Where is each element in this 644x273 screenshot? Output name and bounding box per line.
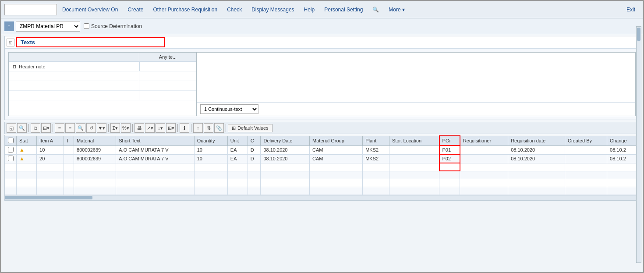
table-row[interactable]: ▲ 20 800002639 A.O CAM MURATA 7 V 10 EA … — [5, 154, 639, 163]
toolbar-btn-filter[interactable]: ▼▾ — [97, 123, 106, 133]
toolbar-btn-grid[interactable]: ⊞▾ — [166, 123, 176, 133]
vertical-scrollbar[interactable] — [636, 26, 641, 263]
row2-short-text[interactable]: A.O CAM MURATA 7 V — [116, 154, 194, 163]
texts-text-area[interactable] — [197, 53, 635, 102]
doc-overview-dropdown[interactable] — [4, 4, 57, 15]
menu-personal-setting[interactable]: Personal Setting — [320, 5, 367, 14]
row2-delivery-date[interactable]: 08.10.2020 — [261, 154, 310, 163]
menu-other-purchase-req[interactable]: Other Purchase Requisition — [149, 5, 222, 14]
toolbar-btn-export[interactable]: ↗▾ — [145, 123, 155, 133]
toolbar-btn-nav-back[interactable]: ◱ — [7, 123, 16, 133]
row1-delivery-date[interactable]: 08.10.2020 — [261, 145, 310, 154]
row2-material-group[interactable]: CAM — [310, 154, 363, 163]
row1-requisitioner — [460, 145, 508, 154]
row1-req-date[interactable]: 08.10.2020 — [508, 145, 565, 154]
toolbar-btn-copy[interactable]: ⧉ — [31, 123, 40, 133]
menu-help[interactable]: Help — [300, 5, 319, 14]
texts-header-note-row: 🗒 Header note — [9, 62, 196, 71]
toolbar-btn-sum[interactable]: Σ▾ — [110, 123, 120, 133]
horizontal-scrollbar[interactable] — [4, 195, 640, 201]
menu-check[interactable]: Check — [223, 5, 246, 14]
continuous-text-select[interactable]: 1 Continuous-text — [200, 104, 258, 114]
row1-created-by — [565, 145, 607, 154]
toolbar-btn-align-right[interactable]: ≡ — [65, 123, 75, 133]
warning-icon-2: ▲ — [19, 156, 25, 162]
doc-type-select[interactable]: ZMPR Material PR — [16, 21, 80, 32]
th-i: I — [64, 136, 74, 145]
texts-left-panel: Any te... 🗒 Header note — [8, 52, 197, 116]
table-header-row: Stat Item A I Material Short Text Quanti… — [5, 136, 639, 145]
row2-req-date[interactable]: 08.10.2020 — [508, 154, 565, 163]
th-plant: Plant — [363, 136, 389, 145]
row2-c: D — [248, 154, 261, 163]
row1-material-group[interactable]: CAM — [310, 145, 363, 154]
row1-c: D — [248, 145, 261, 154]
texts-right-panel: 1 Continuous-text — [197, 52, 636, 116]
toolbar-btn-percent[interactable]: %▾ — [121, 123, 131, 133]
row2-plant[interactable]: MKS2 — [363, 154, 389, 163]
th-material-group: Material Group — [310, 136, 363, 145]
scrollbar-thumb[interactable] — [5, 196, 92, 199]
table-row[interactable]: ▲ 10 800002639 A.O CAM MURATA 7 V 10 EA … — [5, 145, 639, 154]
row1-stat: ▲ — [17, 145, 37, 154]
sep7 — [226, 124, 226, 132]
row2-pgr[interactable]: P02 — [439, 154, 460, 163]
texts-collapse-icon[interactable]: ◱ — [7, 39, 14, 46]
source-determination-checkbox[interactable] — [84, 23, 89, 29]
menu-create[interactable]: Create — [123, 5, 148, 14]
item-toolbar: ◱ 🔍 ⧉ ⊞▾ ≡ ≡ 🔍 ↺ ▼▾ Σ▾ %▾ 🖶 ↗▾ ↓▾ ⊞▾ ℹ ↑… — [4, 122, 640, 134]
row1-material[interactable]: 800002639 — [74, 145, 116, 154]
menu-display-messages[interactable]: Display Messages — [247, 5, 298, 14]
row2-quantity[interactable]: 10 — [194, 154, 227, 163]
menu-exit[interactable]: Exit — [622, 5, 640, 14]
items-table: Stat Item A I Material Short Text Quanti… — [5, 135, 639, 195]
row2-unit[interactable]: EA — [227, 154, 248, 163]
source-determination-container: Source Determination — [84, 23, 142, 29]
th-quantity: Quantity — [194, 136, 227, 145]
row2-requisitioner — [460, 154, 508, 163]
toolbar-btn-zoom[interactable]: 🔍 — [17, 123, 27, 133]
row2-item-a[interactable]: 20 — [37, 154, 64, 163]
row1-stor-location — [389, 145, 439, 154]
toolbar-btn-search2[interactable]: 🔍 — [76, 123, 85, 133]
texts-label[interactable]: Texts — [16, 37, 165, 47]
toolbar-btn-clip[interactable]: 📎 — [214, 123, 224, 133]
select-all-checkbox[interactable] — [8, 138, 14, 143]
toolbar-btn-move[interactable]: ⇅ — [204, 123, 213, 133]
toolbar-btn-align-left[interactable]: ≡ — [55, 123, 64, 133]
menu-more[interactable]: More ▾ — [384, 5, 409, 14]
toolbar-btn-up[interactable]: ↑ — [193, 123, 203, 133]
sep3 — [108, 124, 109, 132]
row1-check[interactable] — [5, 145, 17, 154]
sep1 — [28, 124, 29, 132]
texts-col2-header: Any te... — [139, 53, 196, 61]
menu-doc-overview[interactable]: Document Overview On — [58, 5, 122, 14]
default-values-button[interactable]: ⊞ Default Values — [228, 124, 272, 132]
items-table-container: Stat Item A I Material Short Text Quanti… — [4, 135, 640, 195]
row1-quantity[interactable]: 10 — [194, 145, 227, 154]
note-icon: 🗒 — [12, 64, 17, 69]
toolbar-btn-print[interactable]: 🖶 — [134, 123, 144, 133]
toolbar-btn-refresh[interactable]: ↺ — [86, 123, 96, 133]
toolbar-btn-paste-menu[interactable]: ⊞▾ — [41, 123, 51, 133]
row1-plant[interactable]: MKS2 — [363, 145, 389, 154]
texts-header-note-item[interactable]: 🗒 Header note — [9, 62, 139, 71]
table-empty-row-2 — [5, 171, 639, 179]
row2-check[interactable] — [5, 154, 17, 163]
row2-i — [64, 154, 74, 163]
toolbar-btn-info[interactable]: ℹ — [180, 123, 189, 133]
toolbar-btn-download[interactable]: ↓▾ — [156, 123, 165, 133]
row1-short-text[interactable]: A.O CAM MURATA 7 V — [116, 145, 194, 154]
texts-col1-header — [9, 53, 139, 61]
th-material: Material — [74, 136, 116, 145]
texts-textarea[interactable] — [197, 53, 635, 101]
menu-search-icon[interactable]: 🔍 — [368, 5, 383, 14]
vertical-scrollbar-thumb[interactable] — [637, 28, 640, 41]
th-req-date: Requisition date — [508, 136, 565, 145]
row1-item-a[interactable]: 10 — [37, 145, 64, 154]
row2-material[interactable]: 800002639 — [74, 154, 116, 163]
row1-pgr[interactable]: P01 — [439, 145, 460, 154]
th-check — [5, 136, 17, 145]
row1-unit[interactable]: EA — [227, 145, 248, 154]
default-values-label: Default Values — [237, 125, 269, 131]
